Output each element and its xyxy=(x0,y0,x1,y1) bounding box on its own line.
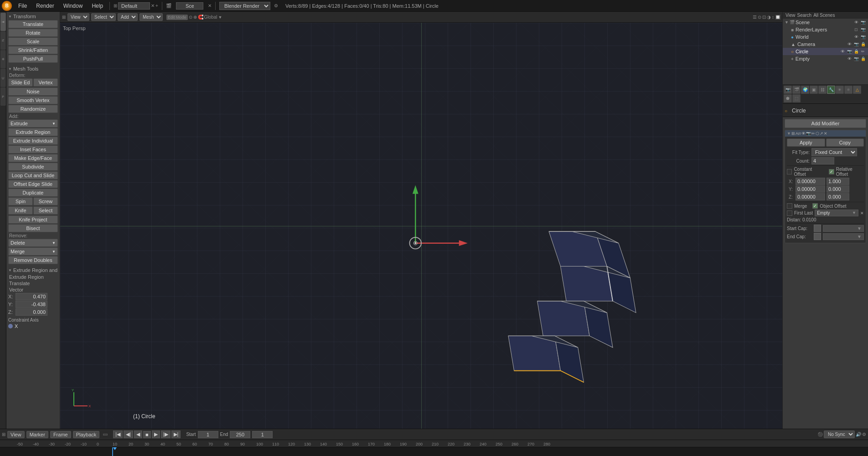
overlay-btn-3[interactable]: ⊡ xyxy=(762,15,766,20)
outliner-empty[interactable]: + Empty 👁 📷 🔒 xyxy=(783,55,868,62)
mesh-tools-header[interactable]: Mesh Tools xyxy=(8,65,58,72)
menu-file[interactable]: File xyxy=(16,2,30,10)
prop-data-icon[interactable]: △ xyxy=(853,86,861,94)
smooth-vertex-btn[interactable]: Smooth Vertex xyxy=(8,96,58,104)
push-pull-btn[interactable]: PushPull xyxy=(8,55,58,63)
render-engine-selector[interactable]: Blender Render xyxy=(219,2,270,10)
bisect-btn[interactable]: Bisect xyxy=(8,224,58,232)
left-tab-tools[interactable]: T xyxy=(0,13,6,31)
offset-edge-slide-btn[interactable]: Offset Edge Slide xyxy=(8,180,58,188)
scale-btn[interactable]: Scale xyxy=(8,37,58,46)
mod-toggle-icon[interactable]: ▼ xyxy=(787,131,791,136)
mod-arr-icon[interactable]: Arr xyxy=(796,131,801,136)
timeline-settings-icon[interactable]: ⚙ xyxy=(862,432,866,437)
rotate-btn[interactable]: Rotate xyxy=(8,29,58,37)
screw-btn[interactable]: Screw xyxy=(33,197,58,205)
mod-expand-icon[interactable]: ↗ xyxy=(820,131,823,136)
remove-doubles-btn[interactable]: Remove Doubles xyxy=(8,256,58,264)
start-frame-input[interactable] xyxy=(198,431,218,438)
world-eye[interactable]: 👁 xyxy=(853,34,859,40)
mod-cage-icon[interactable]: ⬡ xyxy=(816,131,819,136)
count-input[interactable] xyxy=(811,157,834,164)
empty-restrict[interactable]: 🔒 xyxy=(860,56,866,62)
renderlayers-icon2[interactable]: ⊡ xyxy=(853,26,859,33)
circle-eye[interactable]: 👁 xyxy=(839,48,846,55)
apply-btn[interactable]: Apply xyxy=(787,138,825,147)
mod-eye-icon[interactable]: 👁 xyxy=(801,131,806,136)
vertex-btn[interactable]: Vertex xyxy=(33,78,58,87)
fit-type-select[interactable]: Fixed Count xyxy=(811,148,857,156)
prop-obj-icon[interactable]: ▣ xyxy=(810,86,818,94)
overlay-btn-1[interactable]: ☰ xyxy=(753,15,757,20)
menu-help[interactable]: Help xyxy=(89,2,106,10)
extrude-region-header[interactable]: Extrude Region and xyxy=(8,266,58,274)
extrude-dropdown[interactable]: Extrude xyxy=(8,119,58,128)
overlay-btn-4[interactable]: ◑ xyxy=(767,15,771,20)
viewport-options-icon[interactable]: ⊙ xyxy=(189,15,192,20)
constraint-x-dot[interactable] xyxy=(8,324,13,328)
merge-check[interactable] xyxy=(787,203,792,209)
left-tab-1[interactable]: N xyxy=(0,31,6,50)
relative-offset-check[interactable] xyxy=(829,169,834,174)
frame-btn[interactable]: Frame xyxy=(50,431,71,438)
outliner-camera[interactable]: ▲ Camera 👁 📷 🔒 xyxy=(783,41,868,48)
next-keyframe-btn[interactable]: |▶ xyxy=(161,430,170,438)
outliner-world[interactable]: ● World 👁 📷 xyxy=(783,33,868,41)
subdivide-btn[interactable]: Subdivide xyxy=(8,163,58,171)
mod-x-icon[interactable]: ✕ xyxy=(824,131,827,136)
prev-keyframe-btn[interactable]: ◀| xyxy=(124,430,133,438)
camera-eye[interactable]: 👁 xyxy=(846,41,852,47)
prop-particles-icon[interactable]: ✳ xyxy=(836,86,844,94)
view-btn[interactable]: View xyxy=(7,431,25,438)
knife-btn[interactable]: Knife xyxy=(8,206,33,215)
loop-cut-btn[interactable]: Loop Cut and Slide xyxy=(8,171,58,179)
end-cap-select[interactable]: ▼ xyxy=(823,233,864,240)
prop-texture-icon[interactable]: ⬚ xyxy=(792,94,801,102)
timeline-menu-btn[interactable]: ⊞ xyxy=(2,432,5,437)
circle-restrict[interactable]: 🔒 xyxy=(853,48,859,55)
randomize-btn[interactable]: Randomize xyxy=(8,105,58,113)
prop-scene-icon[interactable]: 🎬 xyxy=(792,86,801,94)
world-cam[interactable]: 📷 xyxy=(860,34,866,40)
prop-physics-icon[interactable]: ⚛ xyxy=(844,86,852,94)
outliner-renderlayers[interactable]: ■ RenderLayers ⊡ 📷 xyxy=(783,26,868,33)
mod-copy-icon[interactable]: ⊞ xyxy=(791,131,795,136)
view-select[interactable]: View xyxy=(67,13,89,21)
scene-camera-icon[interactable]: 📷 xyxy=(860,19,866,26)
left-tab-2[interactable]: ⊕ xyxy=(0,50,6,68)
outliner-view-btn[interactable]: View xyxy=(785,13,796,18)
jump-start-btn[interactable]: |◀ xyxy=(113,430,123,438)
overlay-btn-5[interactable]: ↕ xyxy=(772,15,774,20)
camera-restrict[interactable]: 🔒 xyxy=(860,41,866,47)
knife-project-btn[interactable]: Knife Project xyxy=(8,215,58,224)
start-cap-select[interactable]: ▼ xyxy=(823,225,864,232)
left-tab-3[interactable]: U xyxy=(0,69,6,87)
copy-btn[interactable]: Copy xyxy=(826,138,864,147)
empty-eye[interactable]: 👁 xyxy=(846,56,852,62)
prop-material-icon[interactable]: ⬟ xyxy=(784,94,792,102)
snap-icon[interactable]: 🧲 xyxy=(198,15,203,20)
y-rel-input[interactable] xyxy=(827,185,849,193)
menu-render[interactable]: Render xyxy=(33,2,57,10)
transform-header[interactable]: Transform xyxy=(8,13,58,20)
overlay-btn-6[interactable]: 🔲 xyxy=(775,15,780,20)
select-btn[interactable]: Select xyxy=(33,206,58,215)
pivot-icon[interactable]: ⊕ xyxy=(193,15,197,20)
sync-select[interactable]: No Sync xyxy=(824,430,855,438)
vector-z-input[interactable] xyxy=(16,308,47,316)
empty-obj-x[interactable]: ✕ xyxy=(860,211,864,215)
z-rel-input[interactable] xyxy=(827,193,849,200)
delete-dropdown[interactable]: Delete xyxy=(8,239,58,247)
mod-render-icon[interactable]: 📷 xyxy=(806,131,811,136)
prop-modifier-icon[interactable]: 🔧 xyxy=(827,86,835,94)
renderlayers-cam-icon[interactable]: 📷 xyxy=(860,26,866,33)
extrude-region-btn[interactable]: Extrude Region xyxy=(8,128,58,136)
first-last-check[interactable] xyxy=(787,210,792,216)
select-select[interactable]: Select xyxy=(91,13,116,21)
slide-edge-btn[interactable]: Slide Ed xyxy=(8,78,33,87)
spin-btn[interactable]: Spin xyxy=(8,197,33,205)
x-input[interactable] xyxy=(796,178,825,185)
scene-name-input[interactable] xyxy=(176,2,203,10)
end-cap-picker[interactable] xyxy=(814,233,821,240)
empty-cam[interactable]: 📷 xyxy=(853,56,859,62)
